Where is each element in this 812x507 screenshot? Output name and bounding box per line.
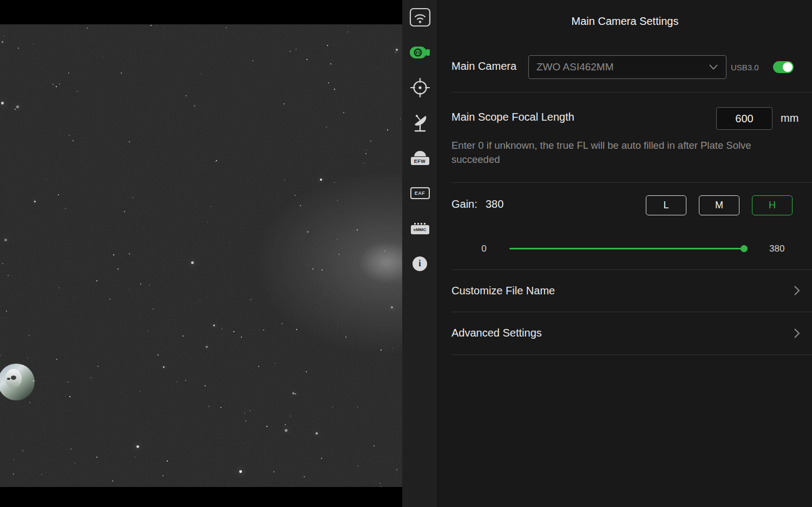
star: [241, 337, 242, 338]
eaf-label: EAF: [410, 187, 430, 199]
star: [70, 449, 71, 450]
star: [306, 371, 307, 372]
eaf-icon[interactable]: EAF: [409, 182, 431, 204]
gain-slider[interactable]: [509, 248, 748, 249]
divider: [451, 354, 812, 355]
star: [377, 68, 378, 69]
star: [121, 73, 122, 74]
star: [132, 197, 133, 198]
star: [140, 284, 141, 285]
star: [393, 348, 394, 348]
main-camera-icon[interactable]: [409, 42, 431, 63]
star: [124, 211, 125, 212]
mount-icon[interactable]: [409, 112, 431, 134]
star: [163, 366, 165, 368]
usb3-toggle[interactable]: [773, 61, 794, 73]
emmc-pins: [414, 223, 426, 225]
chevron-right-icon: [793, 285, 801, 297]
advanced-settings-row[interactable]: Advanced Settings: [438, 312, 812, 354]
star: [400, 118, 401, 119]
star: [182, 335, 184, 337]
star: [136, 445, 139, 448]
star: [167, 460, 168, 462]
gain-low-button[interactable]: L: [646, 195, 686, 215]
star: [254, 180, 255, 181]
star: [208, 406, 209, 407]
star: [200, 74, 201, 74]
focal-length-unit: mm: [781, 112, 798, 124]
star: [207, 222, 208, 222]
guide-crosshair-icon[interactable]: [409, 77, 431, 98]
gain-high-button[interactable]: H: [752, 195, 793, 215]
star: [294, 195, 296, 196]
gain-slider-thumb[interactable]: [741, 245, 748, 252]
star: [58, 287, 60, 288]
star: [364, 163, 365, 164]
efw-icon[interactable]: EFW: [409, 147, 431, 169]
star: [381, 486, 382, 487]
star: [27, 358, 28, 358]
star: [113, 254, 114, 255]
star: [327, 45, 328, 46]
info-icon[interactable]: i: [409, 253, 431, 274]
star: [96, 280, 97, 281]
star: [205, 385, 206, 386]
star: [328, 82, 329, 83]
user-avatar[interactable]: [0, 364, 35, 400]
star: [4, 36, 4, 36]
main-camera-select[interactable]: ZWO ASI462MM: [528, 55, 726, 79]
star: [239, 470, 242, 473]
star: [96, 457, 97, 458]
star: [74, 297, 75, 297]
divider: [451, 182, 812, 183]
star: [213, 325, 215, 326]
star: [220, 407, 221, 408]
star: [68, 73, 69, 74]
star: [87, 28, 88, 29]
star: [69, 396, 70, 397]
gain-value: 380: [486, 198, 503, 210]
focal-length-label: Main Scope Focal Length: [451, 111, 574, 123]
star: [357, 229, 358, 231]
star: [292, 392, 294, 394]
star: [290, 51, 291, 52]
chevron-right-icon: [793, 327, 801, 339]
star: [2, 41, 3, 43]
focal-length-hint: Enter 0 if unknown, the true FL will be …: [451, 139, 768, 167]
star: [284, 180, 285, 181]
star: [267, 289, 268, 290]
star: [200, 301, 200, 301]
star: [13, 473, 14, 475]
star: [334, 89, 335, 90]
star: [281, 323, 283, 324]
emmc-icon[interactable]: eMMC: [409, 218, 431, 239]
star: [250, 299, 251, 300]
wifi-icon[interactable]: [409, 6, 431, 28]
star: [338, 254, 339, 255]
star: [216, 160, 217, 161]
star: [226, 27, 227, 28]
star: [68, 381, 69, 383]
star: [206, 346, 208, 348]
galaxy-core-glow: [357, 241, 402, 284]
star: [233, 331, 234, 332]
star: [41, 474, 42, 475]
star: [366, 150, 367, 150]
star: [53, 84, 54, 85]
efw-label: EFW: [411, 157, 429, 165]
chevron-down-icon: [709, 64, 718, 70]
star: [337, 200, 338, 201]
gain-medium-button[interactable]: M: [699, 195, 739, 215]
star: [176, 381, 177, 382]
device-toolbar: EFW EAF eMMC i: [402, 0, 437, 507]
star: [0, 355, 1, 356]
galaxy-glow: [254, 170, 402, 354]
star: [284, 103, 285, 104]
star: [230, 242, 230, 242]
main-camera-label: Main Camera: [451, 60, 516, 73]
star: [56, 86, 57, 87]
customize-file-name-row[interactable]: Customize File Name: [438, 269, 812, 312]
focal-length-input[interactable]: [716, 107, 772, 130]
camera-preview[interactable]: [0, 24, 402, 487]
star: [245, 420, 246, 422]
